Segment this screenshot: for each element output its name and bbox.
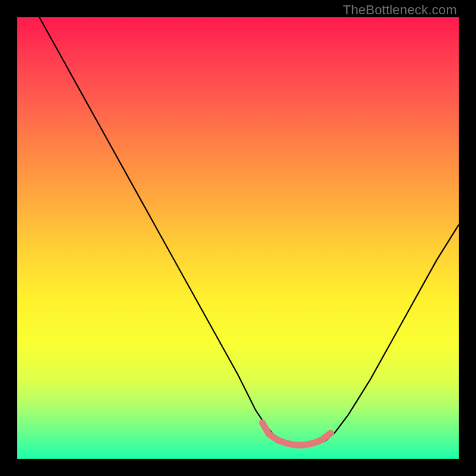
highlight-segment (262, 422, 331, 445)
watermark-text: TheBottleneck.com (343, 2, 457, 18)
chart-svg (17, 17, 459, 459)
plot-area (17, 17, 459, 459)
main-curve (39, 17, 459, 446)
chart-container: TheBottleneck.com (0, 0, 476, 476)
